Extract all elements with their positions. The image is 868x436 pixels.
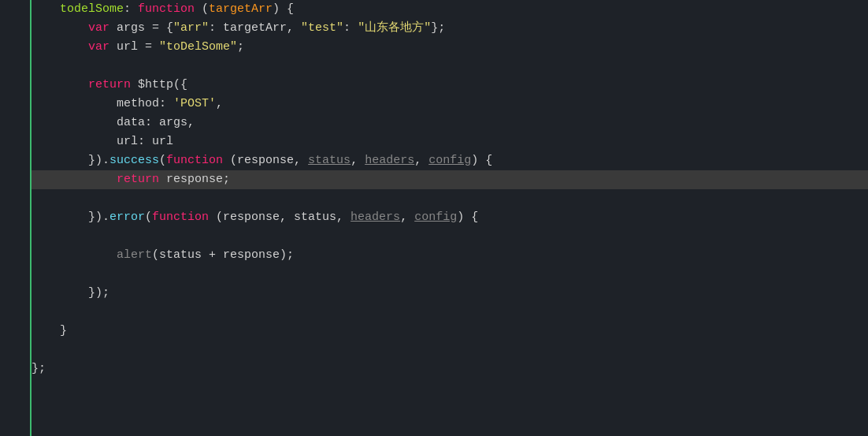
code-line: }: [32, 322, 868, 341]
code-line: url: url: [32, 132, 868, 151]
code-line: }).success(function (response, status, h…: [32, 151, 868, 170]
code-line: [32, 265, 868, 284]
code-line: [32, 303, 868, 322]
line-gutter: [0, 0, 32, 436]
code-line: };: [32, 360, 868, 378]
code-line: });: [32, 284, 868, 303]
code-line: var url = "toDelSome";: [32, 38, 868, 57]
code-line: var args = {"arr": targetArr, "test": "山…: [32, 19, 868, 38]
code-line: }).error(function (response, status, hea…: [32, 208, 868, 227]
code-line: [32, 189, 868, 208]
code-line: method: 'POST',: [32, 95, 868, 114]
code-line: todelSome: function (targetArr) {: [32, 0, 868, 19]
code-line: [32, 57, 868, 76]
code-line: data: args,: [32, 114, 868, 132]
code-line: return response;: [32, 170, 868, 189]
code-editor: todelSome: function (targetArr) { var ar…: [0, 0, 868, 436]
code-line: [32, 341, 868, 360]
code-line: return $http({: [32, 76, 868, 95]
code-line: alert(status + response);: [32, 246, 868, 265]
code-line: [32, 227, 868, 246]
code-area[interactable]: todelSome: function (targetArr) { var ar…: [32, 0, 868, 436]
